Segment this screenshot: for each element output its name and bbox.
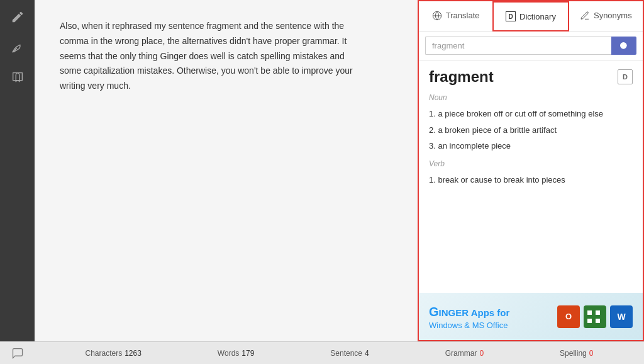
sentence-label: Sentence <box>330 349 362 358</box>
pos-verb: Verb <box>429 159 633 168</box>
verb-definitions: 1. break or cause to break into pieces <box>429 172 633 188</box>
content-paragraph: Also, when it rephrased my sentence frag… <box>60 19 362 94</box>
search-input[interactable] <box>425 37 611 55</box>
characters-value: 1263 <box>125 349 142 358</box>
word-icon: W <box>610 305 633 328</box>
definition-item: 2. a broken piece of a brittle artifact <box>429 122 633 139</box>
dictionary-content: fragment D Noun 1. a piece broken off or… <box>419 60 643 293</box>
banner-text: GINGER Apps for Windows & MS Office <box>429 303 509 330</box>
sharepoint-icon <box>584 305 606 328</box>
grammar-value: 0 <box>479 349 484 358</box>
word-header: fragment D <box>429 68 633 86</box>
dictionary-word: fragment <box>429 68 494 86</box>
status-stats: Characters 1263 Words 179 Sentence 4 Gra… <box>35 349 644 358</box>
status-bar: Characters 1263 Words 179 Sentence 4 Gra… <box>0 341 644 364</box>
tab-translate-label: Translate <box>446 11 480 20</box>
word-badge: D <box>618 69 633 84</box>
noun-section: Noun 1. a piece broken off or cut off of… <box>429 93 633 154</box>
definition-item: 1. a piece broken off or cut off of some… <box>429 106 633 122</box>
tab-dictionary[interactable]: D Dictionary <box>492 1 569 31</box>
ginger-banner[interactable]: GINGER Apps for Windows & MS Office O W <box>419 293 643 340</box>
pos-noun: Noun <box>429 93 633 102</box>
chat-icon[interactable] <box>0 342 35 365</box>
outlook-icon: O <box>557 305 580 328</box>
chat-bubble-icon <box>11 347 24 360</box>
sidebar <box>0 0 35 341</box>
characters-label: Characters <box>85 349 122 358</box>
words-value: 179 <box>242 349 254 358</box>
characters-stat: Characters 1263 <box>85 349 141 358</box>
search-bar <box>419 31 643 60</box>
verb-section: Verb 1. break or cause to break into pie… <box>429 159 633 188</box>
noun-definitions: 1. a piece broken off or cut off of some… <box>429 106 633 154</box>
search-icon <box>619 41 629 51</box>
sentence-stat: Sentence 4 <box>330 349 369 358</box>
tab-synonyms-label: Synonyms <box>594 11 632 20</box>
spelling-label: Spelling <box>560 349 587 358</box>
spelling-stat: Spelling 0 <box>560 349 593 358</box>
main-content: Also, when it rephrased my sentence frag… <box>35 0 418 341</box>
tab-synonyms[interactable]: Synonyms <box>569 1 643 31</box>
tab-dictionary-label: Dictionary <box>519 12 556 21</box>
globe-icon <box>432 11 442 21</box>
search-button[interactable] <box>611 37 636 55</box>
words-stat: Words 179 <box>218 349 254 358</box>
tab-bar: Translate D Dictionary Synonyms <box>419 1 643 31</box>
pen-icon[interactable] <box>8 8 27 26</box>
banner-app-icons: O W <box>557 305 633 328</box>
definition-item: 3. an incomplete piece <box>429 138 633 154</box>
spelling-value: 0 <box>589 349 594 358</box>
svg-point-3 <box>620 42 627 49</box>
ginger-logo-g: G <box>429 305 439 319</box>
grammar-label: Grammar <box>445 349 477 358</box>
words-label: Words <box>218 349 239 358</box>
definition-item: 1. break or cause to break into pieces <box>429 172 633 188</box>
leaf-icon[interactable] <box>8 38 27 57</box>
synonyms-icon <box>580 11 590 21</box>
right-panel: Translate D Dictionary Synonyms <box>418 0 644 341</box>
grammar-stat: Grammar 0 <box>445 349 484 358</box>
dictionary-badge-icon: D <box>506 11 516 21</box>
banner-title: INGER Apps for <box>439 307 510 318</box>
sentence-value: 4 <box>365 349 369 358</box>
svg-line-4 <box>626 48 628 50</box>
banner-subtitle: Windows & MS Office <box>429 321 509 330</box>
tab-translate[interactable]: Translate <box>419 1 492 31</box>
book-icon[interactable] <box>8 68 27 87</box>
